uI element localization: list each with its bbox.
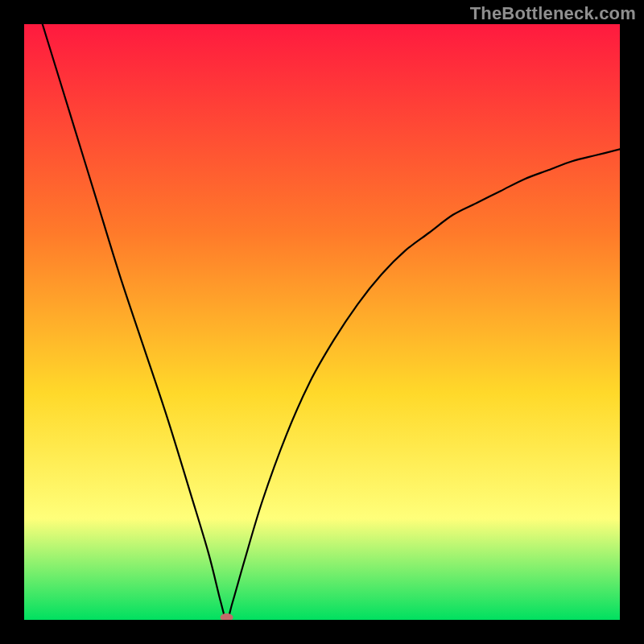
chart-frame: TheBottleneck.com [0, 0, 644, 644]
plot-area [24, 24, 620, 620]
gradient-background [24, 24, 620, 620]
watermark-text: TheBottleneck.com [470, 3, 636, 24]
bottleneck-chart-svg [24, 24, 620, 620]
